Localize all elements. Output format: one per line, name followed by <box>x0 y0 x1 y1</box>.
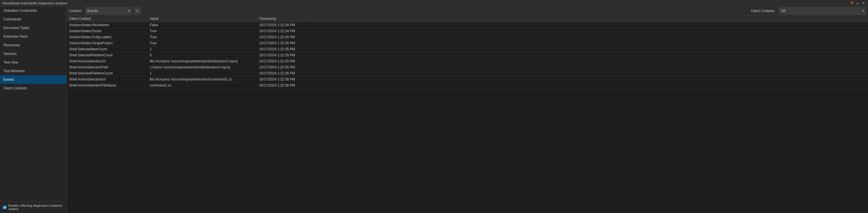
cell-client_context: Shell:ActiveSelectionFileName <box>67 82 147 88</box>
cell-timestamp: 10/17/2024 1:22:34 PM <box>257 28 309 34</box>
cell-value: True <box>147 28 257 34</box>
cell-extra <box>309 82 868 88</box>
cell-timestamp: 10/17/2024 1:22:35 PM <box>257 52 309 58</box>
cell-value: c:\users\ \source\repos\extension3\exten… <box>147 64 257 70</box>
cell-extra <box>309 52 868 58</box>
cell-value: True <box>147 34 257 40</box>
list-view-button[interactable]: ≡ <box>134 7 141 14</box>
table-row[interactable]: SolutionStates:NoSolutionFalse10/17/2024… <box>67 22 868 28</box>
main-layout: Activation ConstraintsCommandsDocument T… <box>0 6 868 213</box>
cell-client_context: SolutionStates:FullyLoaded <box>67 34 147 40</box>
diagnostics-label: Enable collecting diagnostics (requires … <box>8 204 64 211</box>
table-row[interactable]: Shell:ActiveSelectionUrifile:///c/users/… <box>67 58 868 64</box>
pin-button[interactable]: 📌 <box>849 1 854 5</box>
cell-timestamp: 10/17/2024 1:22:38 PM <box>257 76 309 82</box>
cell-timestamp: 10/17/2024 1:22:38 PM <box>257 82 309 88</box>
cell-extra <box>309 46 868 52</box>
cell-extra <box>309 28 868 34</box>
cell-value: command1.cs <box>147 82 257 88</box>
cell-client_context: Shell:ActiveSelectionPath <box>67 64 147 70</box>
sidebar-item-commands[interactable]: Commands <box>0 15 66 24</box>
content-area: Context: EventsCommandsServices ≡ Client… <box>67 6 868 213</box>
cell-timestamp: 10/17/2024 1:22:35 PM <box>257 58 309 64</box>
client-contexts-label: Client Contexts: <box>751 9 775 13</box>
header-extra <box>309 15 868 22</box>
sidebar-item-services[interactable]: Services <box>0 49 66 58</box>
sidebar-item-resources[interactable]: Resources <box>0 41 66 49</box>
header-timestamp: Timestamp <box>257 15 309 22</box>
table-row[interactable]: Shell:SelectedFileItemCount010/17/2024 1… <box>67 52 868 58</box>
table-body: SolutionStates:NoSolutionFalse10/17/2024… <box>67 22 868 88</box>
toolbar: Context: EventsCommandsServices ≡ Client… <box>67 6 868 15</box>
cell-value: False <box>147 22 257 28</box>
close-button[interactable]: ✕ <box>861 1 866 5</box>
cell-value: file:///c/users/ /source/repos/extension… <box>147 76 257 82</box>
sidebar-nav: Activation ConstraintsCommandsDocument T… <box>0 6 66 201</box>
sidebar-item-text-view[interactable]: Text View <box>0 58 66 67</box>
sidebar-footer: Enable collecting diagnostics (requires … <box>0 201 66 213</box>
sidebar-item-events[interactable]: Events <box>0 75 66 84</box>
cell-client_context: Shell:SelectedItemCount <box>67 46 147 52</box>
cell-timestamp: 10/17/2024 1:22:35 PM <box>257 46 309 52</box>
sidebar-item-tool-windows[interactable]: Tool Windows <box>0 67 66 75</box>
table-row[interactable]: Shell:ActiveSelectionUrifile:///c/users/… <box>67 76 868 82</box>
table-row[interactable]: SolutionStates:SingleProjectTrue10/17/20… <box>67 40 868 46</box>
cell-timestamp: 10/17/2024 1:22:34 PM <box>257 34 309 40</box>
cell-value: 1 <box>147 46 257 52</box>
events-table: Client Context Value Timestamp SolutionS… <box>67 15 868 88</box>
cell-extra <box>309 58 868 64</box>
cell-extra <box>309 34 868 40</box>
cell-client_context: Shell:SelectedFileItemCount <box>67 70 147 76</box>
table-row[interactable]: SolutionStates:FullyLoadedTrue10/17/2024… <box>67 34 868 40</box>
minimize-button[interactable]: 🗕 <box>855 1 860 5</box>
cell-client_context: Shell:ActiveSelectionUri <box>67 58 147 64</box>
cell-extra <box>309 76 868 82</box>
cell-value: True <box>147 40 257 46</box>
cell-timestamp: 10/17/2024 1:22:35 PM <box>257 40 309 46</box>
cell-timestamp: 10/17/2024 1:22:34 PM <box>257 22 309 28</box>
context-select[interactable]: EventsCommandsServices <box>86 7 131 14</box>
client-contexts-select-wrapper: All <box>779 7 866 14</box>
header-client-context: Client Context <box>67 15 147 22</box>
table-row[interactable]: SolutionStates:ExistsTrue10/17/2024 1:22… <box>67 28 868 34</box>
context-label: Context: <box>69 9 82 13</box>
sidebar-item-extension-parts[interactable]: Extension Parts <box>0 32 66 41</box>
context-select-wrapper: EventsCommandsServices <box>86 7 131 14</box>
table-row[interactable]: Shell:SelectedFileItemCount110/17/2024 1… <box>67 70 868 76</box>
cell-client_context: SolutionStates:SingleProject <box>67 40 147 46</box>
cell-client_context: SolutionStates:NoSolution <box>67 22 147 28</box>
table-header-row: Client Context Value Timestamp <box>67 15 868 22</box>
cell-extra <box>309 64 868 70</box>
cell-value: 1 <box>147 70 257 76</box>
cell-timestamp: 10/17/2024 1:22:35 PM <box>257 64 309 70</box>
title-bar-controls: 📌 🗕 ✕ <box>849 1 866 5</box>
table-container: Client Context Value Timestamp SolutionS… <box>67 15 868 213</box>
diagnostics-checkbox[interactable] <box>3 206 7 209</box>
cell-client_context: Shell:ActiveSelectionUri <box>67 76 147 82</box>
title-bar: VisualStudio.Extensibility Diagnostics E… <box>0 0 868 6</box>
sidebar-item-activation-constraints[interactable]: Activation Constraints <box>0 6 66 15</box>
sidebar: Activation ConstraintsCommandsDocument T… <box>0 6 67 213</box>
cell-extra <box>309 22 868 28</box>
table-row[interactable]: Shell:ActiveSelectionPathc:\users\ \sour… <box>67 64 868 70</box>
cell-timestamp: 10/17/2024 1:22:38 PM <box>257 70 309 76</box>
cell-client_context: SolutionStates:Exists <box>67 28 147 34</box>
table-row[interactable]: Shell:SelectedItemCount110/17/2024 1:22:… <box>67 46 868 52</box>
cell-client_context: Shell:SelectedFileItemCount <box>67 52 147 58</box>
sidebar-item-client-contexts[interactable]: Client Contexts <box>0 84 66 93</box>
table-row[interactable]: Shell:ActiveSelectionFileNamecommand1.cs… <box>67 82 868 88</box>
title-bar-text: VisualStudio.Extensibility Diagnostics E… <box>2 1 67 5</box>
cell-value: 0 <box>147 52 257 58</box>
client-contexts-select[interactable]: All <box>779 7 866 14</box>
cell-extra <box>309 70 868 76</box>
header-value: Value <box>147 15 257 22</box>
sidebar-item-document-types[interactable]: Document Types <box>0 24 66 32</box>
cell-value: file:///c/users/ /source/repos/extension… <box>147 58 257 64</box>
cell-extra <box>309 40 868 46</box>
